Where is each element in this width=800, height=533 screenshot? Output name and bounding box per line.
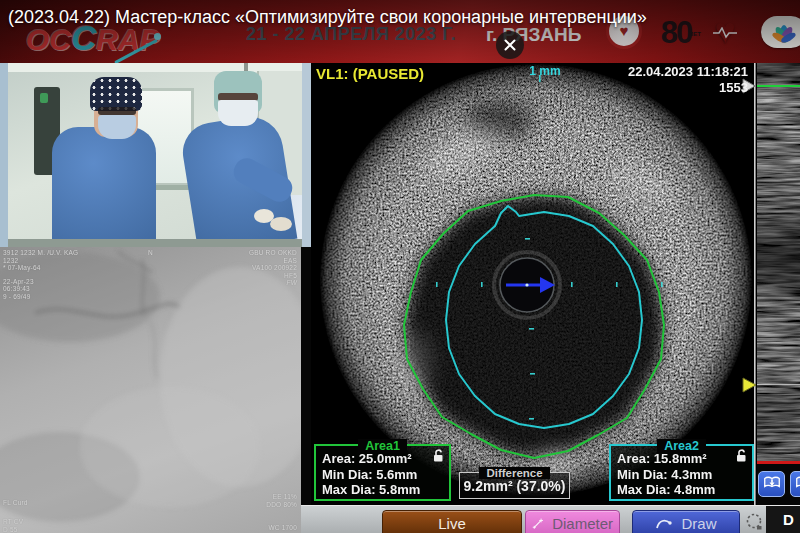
- difference-panel: Difference 9.2mm² (37.0%): [459, 472, 570, 499]
- draw-button[interactable]: Draw: [632, 510, 740, 533]
- area2-title: Area2: [611, 438, 752, 455]
- angio-br-block: EE 11% DDO 80%: [266, 493, 297, 508]
- angio-info-line: 22-Apr-23: [3, 278, 78, 286]
- surgeon-left-gown: [52, 127, 156, 247]
- diameter-label: Diameter: [552, 515, 613, 532]
- area2-measurement-panel[interactable]: Area2 Area: 15.8mm² Min Dia: 4.3mm Max D…: [609, 444, 754, 501]
- partial-button[interactable]: D: [766, 506, 800, 533]
- angio-info-line: EE 11%: [266, 493, 297, 501]
- scale-label: 1 mm: [521, 64, 569, 78]
- angio-info-line: DDO 80%: [266, 501, 297, 509]
- angio-info-line: GBU RO OKKD: [249, 249, 297, 257]
- draw-icon: [655, 517, 673, 531]
- angio-info-line: 06:39:43: [3, 285, 78, 293]
- angio-wc-label: WC 1700: [269, 524, 298, 532]
- angio-info-line: D 55: [3, 526, 23, 533]
- reference-red-line: [757, 461, 800, 464]
- live-label: Live: [438, 515, 466, 532]
- surgeon-glove: [270, 217, 292, 231]
- diameter-button[interactable]: Diameter: [525, 510, 620, 533]
- ivus-status: VL1: (PAUSED): [316, 65, 424, 82]
- lotus-icon: [761, 16, 800, 48]
- panel-gap: [301, 247, 311, 533]
- angio-info-line: HF5: [249, 272, 297, 280]
- angio-orientation-marker: N: [148, 249, 153, 257]
- longitudinal-green-line: [757, 85, 800, 87]
- angio-hospital-info: GBU RO OKKD EAS VA100 200922 HF5 FW: [249, 249, 297, 287]
- bookmark-save-button-2[interactable]: [790, 471, 800, 497]
- lasso-select-icon[interactable]: [744, 512, 764, 532]
- lock-icon[interactable]: [432, 449, 445, 463]
- angio-study-info: 3912 1232 M. /U.V. KAG 1232 * 07-May-64 …: [3, 249, 78, 300]
- video-title[interactable]: (2023.04.22) Мастер-класс «Оптимизируйте…: [8, 6, 708, 28]
- area1-measurement-panel[interactable]: Area1 Area: 25.0mm² Min Dia: 5.6mm Max D…: [314, 444, 451, 501]
- area2-min-dia: Min Dia: 4.3mm: [617, 467, 752, 483]
- close-button[interactable]: [496, 31, 524, 59]
- surgeon-left-mask: [98, 115, 136, 139]
- lotus-logo: [761, 16, 800, 48]
- lock-icon[interactable]: [735, 449, 748, 463]
- partial-button-label: D: [783, 511, 794, 528]
- angio-info-line: EAS: [249, 257, 297, 265]
- area2-max-dia: Max Dia: 4.8mm: [617, 482, 752, 498]
- angio-info-line: 1232: [3, 257, 78, 265]
- angio-info-line: * 07-May-64: [3, 264, 78, 272]
- angio-info-line: RT CV: [3, 518, 23, 526]
- ivus-toolbar: Live Diameter Draw D: [301, 505, 800, 533]
- bookmark-save-button[interactable]: [758, 471, 785, 497]
- surgeon-left-glasses: [98, 107, 136, 115]
- ivus-panel: VL1: (PAUSED) 1 mm 22.04.2023 11:18:21 1…: [311, 63, 800, 505]
- angio-bl-block: RT CV D 55: [3, 518, 23, 533]
- angio-info-line: 3912 1232 M. /U.V. KAG: [3, 249, 78, 257]
- angio-info-line: 9 - 69/49: [3, 293, 78, 301]
- area1-max-dia: Max Dia: 5.8mm: [322, 482, 449, 498]
- ecg-line-icon: [713, 27, 737, 39]
- angiogram-panel: 3912 1232 M. /U.V. KAG 1232 * 07-May-64 …: [0, 247, 301, 533]
- difference-title: Difference: [460, 465, 569, 482]
- live-button[interactable]: Live: [382, 510, 522, 533]
- diameter-icon: [532, 516, 544, 531]
- area1-min-dia: Min Dia: 5.6mm: [322, 467, 449, 483]
- book-download-icon: [761, 472, 783, 493]
- surgeon-left-cap: [90, 77, 142, 111]
- book-download-icon: [793, 472, 800, 493]
- angio-fl-label: FL Curd: [3, 499, 28, 507]
- panel-divider-strip: [302, 63, 311, 247]
- or-table-edge: [8, 239, 302, 247]
- cardiology-heart-logo: ♥: [705, 11, 745, 53]
- angio-info-line: VA100 200922: [249, 264, 297, 272]
- surgeon-right-mask: [218, 100, 258, 126]
- catheter-needle-tip: [154, 33, 161, 40]
- draw-label: Draw: [681, 515, 716, 532]
- angio-info-line: FW: [249, 279, 297, 287]
- equipment-light: [40, 93, 48, 103]
- ivus-frame-number: 1553: [719, 80, 748, 95]
- close-icon: [496, 31, 524, 59]
- operating-room-video: [8, 63, 302, 247]
- ivus-datetime: 22.04.2023 11:18:21: [628, 64, 748, 79]
- area1-title: Area1: [316, 438, 449, 455]
- left-edge-strip: [0, 63, 8, 247]
- longitudinal-divider: [754, 63, 756, 505]
- video-frame: OCCRAP 21 - 22 АПРЕЛЯ 2023 Г. г. РЯЗАНЬ …: [0, 0, 800, 533]
